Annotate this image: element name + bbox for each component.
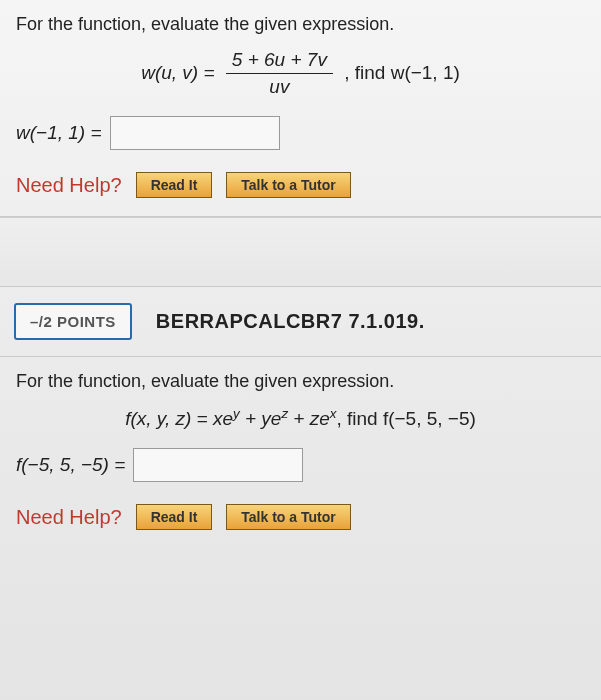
points-badge: –/2 POINTS <box>14 303 132 340</box>
func-prefix: f(x, y, z) = xe <box>125 408 233 429</box>
answer-label: w(−1, 1) = <box>16 122 102 144</box>
mid2: + ze <box>288 408 330 429</box>
numerator: 5 + 6u + 7v <box>226 49 333 74</box>
find-text: , find f(−5, 5, −5) <box>336 408 475 429</box>
talk-to-tutor-button[interactable]: Talk to a Tutor <box>226 172 350 198</box>
question-prompt: For the function, evaluate the given exp… <box>16 14 585 35</box>
section-divider <box>0 217 601 287</box>
need-help-label: Need Help? <box>16 506 122 529</box>
answer-row: w(−1, 1) = <box>16 116 585 150</box>
denominator: uv <box>226 74 333 98</box>
find-text: , find w(−1, 1) <box>344 62 460 83</box>
function-definition: w(u, v) = 5 + 6u + 7v uv , find w(−1, 1) <box>16 49 585 98</box>
question-1: For the function, evaluate the given exp… <box>0 0 601 217</box>
answer-input[interactable] <box>110 116 280 150</box>
lhs: w(u, v) = <box>141 62 220 83</box>
question-prompt: For the function, evaluate the given exp… <box>16 371 585 392</box>
answer-label: f(−5, 5, −5) = <box>16 454 125 476</box>
points-row: –/2 POINTS BERRAPCALCBR7 7.1.019. <box>0 287 601 357</box>
read-it-button[interactable]: Read It <box>136 504 213 530</box>
function-definition: f(x, y, z) = xey + yez + zex, find f(−5,… <box>16 406 585 430</box>
exp-y: y <box>233 406 240 421</box>
need-help-label: Need Help? <box>16 174 122 197</box>
mid1: + ye <box>240 408 282 429</box>
answer-input[interactable] <box>133 448 303 482</box>
read-it-button[interactable]: Read It <box>136 172 213 198</box>
fraction: 5 + 6u + 7v uv <box>226 49 333 98</box>
question-2: For the function, evaluate the given exp… <box>0 357 601 548</box>
answer-row: f(−5, 5, −5) = <box>16 448 585 482</box>
help-row: Need Help? Read It Talk to a Tutor <box>16 504 585 530</box>
help-row: Need Help? Read It Talk to a Tutor <box>16 172 585 198</box>
assignment-id: BERRAPCALCBR7 7.1.019. <box>156 310 425 333</box>
talk-to-tutor-button[interactable]: Talk to a Tutor <box>226 504 350 530</box>
